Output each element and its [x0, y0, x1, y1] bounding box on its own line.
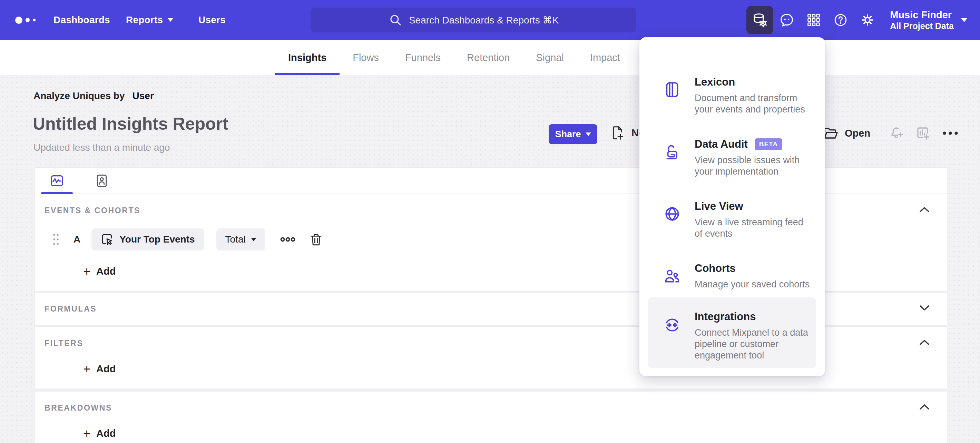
globe-icon	[663, 205, 681, 222]
expand-formulas-button[interactable]	[916, 302, 932, 314]
nav-reports[interactable]: Reports	[126, 0, 173, 40]
chevron-down-icon	[251, 238, 256, 241]
collapse-filters-button[interactable]	[916, 336, 932, 348]
cohorts-people-icon	[663, 267, 681, 285]
section-breakdowns: BREAKDOWNS + Add	[35, 392, 947, 439]
chevron-down-icon	[585, 132, 591, 136]
create-alert-button[interactable]	[888, 125, 905, 141]
data-audit-lock-icon	[663, 143, 681, 160]
project-switcher[interactable]: Music Finder All Project Data	[890, 9, 967, 31]
help-icon	[833, 12, 848, 28]
nav-users[interactable]: Users	[199, 0, 226, 40]
tab-users-builder[interactable]	[86, 168, 118, 194]
tab-events-builder[interactable]	[41, 168, 73, 194]
data-management-button[interactable]	[746, 6, 773, 34]
collapse-breakdowns-button[interactable]	[916, 400, 932, 413]
collapse-events-button[interactable]	[916, 203, 932, 216]
add-to-board-button[interactable]	[915, 125, 931, 141]
project-scope: All Project Data	[890, 21, 954, 31]
menu-item-data-audit[interactable]: Data AuditBETA View possible issues with…	[648, 120, 816, 191]
chevron-down-icon	[168, 18, 173, 22]
row-options-button[interactable]	[280, 234, 296, 245]
more-actions-button[interactable]	[941, 125, 959, 141]
mixpanel-logo-icon[interactable]	[15, 0, 39, 40]
lexicon-book-icon	[663, 81, 681, 98]
event-click-icon	[100, 233, 113, 246]
top-nav: Dashboards Reports Users Search Dashboar…	[0, 0, 980, 40]
chevron-down-icon	[961, 18, 967, 22]
integrations-sync-icon	[663, 316, 681, 333]
nav-icon-group: Music Finder All Project Data	[746, 0, 980, 40]
plus-icon: +	[83, 266, 91, 277]
user-card-icon	[94, 173, 110, 188]
beta-badge: BETA	[755, 138, 782, 150]
open-button[interactable]: Open	[822, 125, 870, 141]
tab-funnels[interactable]: Funnels	[392, 40, 454, 75]
event-select-button[interactable]: Your Top Events	[91, 229, 204, 251]
header-actions: Open	[822, 125, 959, 141]
plus-icon: +	[83, 429, 91, 439]
drag-handle-icon[interactable]	[52, 233, 60, 246]
nav-dashboards[interactable]: Dashboards	[54, 0, 110, 40]
tab-flows[interactable]: Flows	[340, 40, 392, 75]
share-button[interactable]: Share	[549, 124, 597, 144]
search-icon	[388, 13, 403, 27]
aggregation-select-button[interactable]: Total	[216, 229, 266, 251]
report-tabbar: Insights Flows Funnels Retention Signal …	[0, 40, 980, 75]
series-letter: A	[73, 234, 80, 245]
database-gear-icon	[752, 12, 768, 28]
gear-icon	[859, 12, 875, 28]
board-plus-icon	[915, 125, 931, 141]
tab-impact[interactable]: Impact	[577, 40, 633, 75]
delete-row-button[interactable]	[309, 232, 323, 247]
menu-item-integrations[interactable]: Integrations Connect Mixpanel to a data …	[648, 297, 816, 368]
settings-button[interactable]	[854, 6, 881, 34]
document-plus-icon	[609, 125, 625, 141]
search-input[interactable]: Search Dashboards & Reports ⌘K	[310, 8, 636, 32]
help-button[interactable]	[827, 6, 854, 34]
new-report-button[interactable]: Ne	[609, 125, 644, 141]
feedback-button[interactable]	[773, 6, 800, 34]
tab-insights[interactable]: Insights	[275, 40, 340, 75]
menu-item-lexicon[interactable]: Lexicon Document and transform your even…	[648, 58, 816, 129]
app-screen: Dashboards Reports Users Search Dashboar…	[0, 0, 980, 443]
analyze-entity-button[interactable]: User	[132, 91, 154, 101]
apps-grid-button[interactable]	[800, 6, 827, 34]
plus-icon: +	[83, 364, 91, 374]
data-management-menu: Lexicon Document and transform your even…	[640, 37, 825, 376]
project-name: Music Finder	[890, 9, 954, 21]
folder-open-icon	[822, 125, 839, 141]
add-breakdown-button[interactable]: + Add	[83, 428, 931, 439]
analyze-line: Analyze Uniques byUser	[33, 91, 154, 102]
menu-item-live-view[interactable]: Live View View a live streaming feed of …	[648, 182, 816, 252]
bell-plus-icon	[888, 125, 905, 141]
page-title[interactable]: Untitled Insights Report	[33, 114, 228, 134]
divider	[35, 389, 947, 392]
updated-status: Updated less than a minute ago	[33, 142, 170, 153]
ellipsis-icon	[941, 125, 959, 141]
grid-icon	[806, 13, 821, 28]
tab-signal[interactable]: Signal	[523, 40, 577, 75]
chart-pulse-icon	[49, 173, 65, 189]
section-breakdowns-label: BREAKDOWNS	[45, 402, 931, 413]
chat-bubble-icon	[779, 12, 795, 28]
tab-retention[interactable]: Retention	[454, 40, 523, 75]
